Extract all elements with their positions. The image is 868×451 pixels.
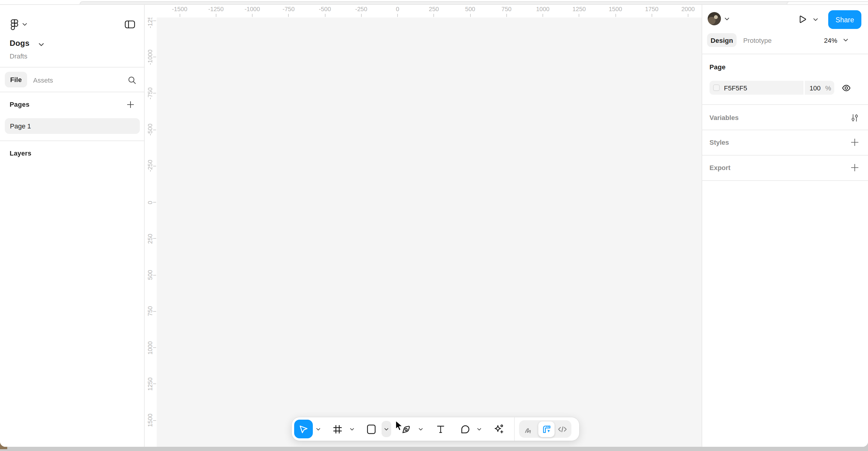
text-tool[interactable] (436, 424, 445, 434)
pages-header[interactable]: Pages (10, 101, 30, 108)
collapse-sidebar-button[interactable] (124, 20, 135, 29)
ruler-tick (153, 347, 156, 348)
move-tool[interactable] (294, 420, 313, 438)
move-cursor-icon (299, 424, 309, 434)
rectangle-tool[interactable] (366, 424, 376, 434)
draw-tool[interactable] (523, 424, 533, 434)
add-page-button[interactable] (126, 100, 134, 109)
left-sidebar: Dogs Drafts File Assets Pages Page 1 (0, 5, 145, 447)
chevron-down-icon[interactable] (843, 38, 848, 41)
tab-prototype[interactable]: Prototype (743, 37, 772, 44)
page-list-item-selected[interactable]: Page 1 (5, 118, 140, 134)
ruler-tick (324, 14, 325, 17)
page-color-row[interactable]: F5F5F5 100 % (710, 81, 834, 95)
ruler-label: -500 (147, 124, 153, 136)
design-mode-toggle[interactable] (538, 421, 555, 437)
tab-assets[interactable]: Assets (33, 77, 53, 84)
plus-icon (850, 163, 859, 172)
frame-tool[interactable] (333, 424, 343, 434)
ruler-label: -1000 (244, 6, 260, 12)
color-hex-value[interactable]: F5F5F5 (724, 84, 747, 91)
canvas[interactable]: -1250-1000-750-500-250025050075010001250… (145, 5, 702, 447)
ruler-tick (579, 14, 580, 17)
share-button[interactable]: Share (828, 10, 861, 29)
ruler-tick (434, 14, 434, 17)
chevron-down-icon[interactable] (813, 18, 818, 21)
ruler-label: 250 (147, 234, 153, 244)
layers-header[interactable]: Layers (10, 150, 31, 157)
add-style-button[interactable] (850, 138, 859, 147)
ruler-label: 0 (147, 201, 153, 204)
divider (702, 180, 868, 181)
ruler-tick (153, 93, 156, 94)
chevron-down-icon[interactable] (418, 427, 423, 430)
ruler-label: -1500 (172, 6, 187, 12)
chevron-down-icon[interactable] (477, 427, 481, 430)
ruler-label: 1750 (645, 6, 658, 12)
ruler-tick (153, 384, 156, 384)
ruler-label: 1000 (536, 6, 550, 12)
color-opacity-unit: % (825, 84, 831, 91)
ruler-label: 1250 (147, 377, 153, 391)
plus-icon (126, 100, 134, 108)
main-menu-button[interactable] (10, 18, 19, 30)
ruler-label: -500 (319, 6, 331, 12)
ruler-label: 1500 (609, 6, 622, 12)
color-opacity-value[interactable]: 100 (809, 84, 821, 91)
input-separator (804, 81, 805, 95)
vertical-ruler[interactable]: -1250-1000-750-500-250025050075010001250… (145, 5, 157, 447)
horizontal-ruler[interactable]: -1500-1250-1000-750-500-2500250500750100… (145, 5, 702, 18)
chevron-down-icon[interactable] (38, 43, 44, 47)
zoom-level[interactable]: 24% (824, 37, 837, 44)
ruler-label: 1500 (147, 414, 153, 427)
dev-mode-toggle[interactable] (557, 424, 567, 433)
chevron-down-icon[interactable] (22, 23, 27, 26)
toggle-visibility-button[interactable] (841, 83, 851, 93)
page-section-header[interactable]: Page (710, 63, 725, 70)
present-button[interactable] (796, 14, 807, 25)
styles-section-header[interactable]: Styles (710, 139, 729, 146)
figma-logo-icon (10, 19, 19, 30)
actions-tool[interactable] (493, 424, 504, 434)
play-icon (797, 14, 806, 24)
add-export-button[interactable] (850, 163, 859, 172)
variables-tune-icon (850, 113, 859, 122)
open-variables-button[interactable] (850, 113, 859, 122)
ruler-tick (470, 14, 470, 17)
color-swatch[interactable] (713, 84, 720, 91)
chevron-down-icon[interactable] (384, 427, 389, 430)
ruler-tick (153, 57, 156, 57)
ruler-label: 2000 (681, 6, 695, 12)
ruler-label: -750 (282, 6, 294, 12)
search-button[interactable] (127, 76, 136, 84)
share-button-label: Share (835, 16, 854, 23)
chevron-down-icon[interactable] (350, 427, 354, 430)
avatar[interactable] (708, 12, 721, 25)
ruler-label: 250 (429, 6, 439, 12)
breadcrumb[interactable]: Drafts (10, 53, 27, 60)
variables-section-header[interactable]: Variables (710, 114, 739, 121)
tab-design[interactable]: Design (707, 33, 737, 47)
page-name: Page 1 (10, 122, 31, 130)
mode-toggle-group (519, 420, 571, 438)
tab-file-label: File (10, 76, 22, 83)
mouse-cursor (395, 420, 404, 432)
tab-file[interactable]: File (5, 72, 27, 87)
search-icon (127, 76, 136, 84)
eye-icon (841, 83, 851, 93)
ruler-tick (153, 420, 156, 421)
ruler-label: 750 (147, 306, 153, 316)
ruler-tick (153, 311, 156, 312)
comment-tool[interactable] (460, 424, 470, 434)
ruler-tick (153, 166, 156, 167)
chevron-down-icon[interactable] (724, 18, 730, 21)
export-section-header[interactable]: Export (710, 164, 731, 171)
ruler-tick (153, 275, 156, 275)
ruler-tick (615, 14, 616, 17)
ruler-tick (361, 14, 362, 17)
ruler-tick (153, 21, 156, 21)
divider (0, 141, 144, 141)
file-title[interactable]: Dogs (10, 38, 30, 48)
ruler-tick (542, 14, 543, 17)
chevron-down-icon[interactable] (316, 427, 320, 430)
